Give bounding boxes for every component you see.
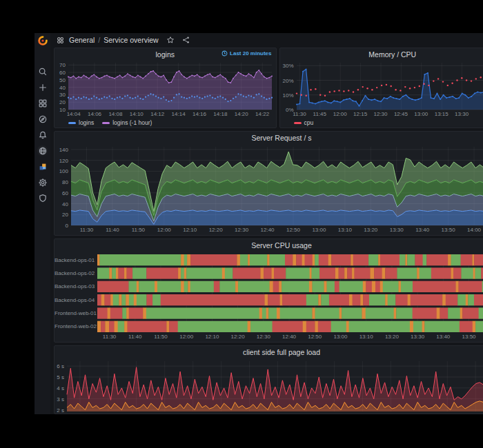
axis-tick-label: 11:50	[150, 334, 172, 340]
axis-tick-label: 12:45	[390, 111, 412, 117]
axis-tick-label: 13:10	[334, 227, 356, 233]
axis-tick-label: 12:50	[304, 334, 326, 340]
panel-server-requests-title: Server Request / s	[252, 134, 312, 142]
logins-chart[interactable]: 7060504030201014:0414:0614:0814:1014:121…	[55, 61, 276, 118]
sidebar-server-admin-shield-icon[interactable]	[37, 192, 48, 204]
axis-tick-label: 30	[55, 92, 66, 98]
panel-server-cpu-usage-title: Server CPU usage	[251, 241, 312, 250]
grafana-logo-icon[interactable]	[37, 35, 48, 46]
axis-tick-label: 13:00	[308, 227, 330, 233]
axis-tick-label: 4 s	[55, 385, 64, 391]
panel-server-requests-header[interactable]: Server Request / s	[55, 132, 483, 144]
legend-item[interactable]: logins	[68, 119, 94, 126]
axis-tick-label: 12:20	[205, 227, 227, 233]
axis-tick-label: 6 s	[55, 363, 64, 369]
axis-tick-label: 12:10	[201, 334, 223, 340]
axis-tick-label: 13:30	[386, 227, 408, 233]
memory-cpu-chart[interactable]: 30%20%10%0%11:3011:4512:0012:1512:3012:4…	[280, 61, 483, 118]
axis-tick-label: 13:20	[381, 334, 403, 340]
panel-server-cpu-usage-header[interactable]: Server CPU usage	[55, 239, 483, 252]
axis-tick-label: 14:10	[126, 111, 148, 117]
axis-tick-label: 14:14	[168, 111, 190, 117]
axis-tick-label: 14:22	[251, 111, 273, 117]
axis-tick-label: 14:18	[209, 111, 231, 117]
sidebar-community-globe-icon[interactable]	[37, 145, 48, 156]
panel-memory-cpu: Memory / CPU 30%20%10%0%11:3011:4512:001…	[279, 48, 483, 128]
axis-tick-label: 12:00	[175, 334, 197, 340]
sidebar-dashboards-icon[interactable]	[37, 97, 48, 109]
axis-tick-label: 12:30	[253, 334, 275, 340]
server-requests-chart[interactable]: 14012010080604020011:3011:4011:5012:0012…	[55, 144, 483, 235]
axis-tick-label: 3 s	[55, 396, 64, 403]
legend-marker	[102, 122, 110, 124]
sidebar-alerting-bell-icon[interactable]	[37, 129, 48, 141]
axis-tick-label: 80	[55, 179, 68, 185]
axis-tick-label: 70	[55, 62, 66, 68]
panel-page-load-title: client side full page load	[243, 348, 320, 356]
axis-tick-label: 13:10	[355, 334, 377, 340]
sidebar-plugin-app-icon[interactable]	[37, 161, 48, 172]
clock-icon	[221, 50, 228, 57]
axis-tick-label: 12:40	[257, 227, 279, 233]
axis-tick-label: Backend-ops-03	[55, 283, 92, 289]
axis-tick-label: 20	[55, 99, 66, 105]
axis-tick-label: 14:04	[63, 111, 85, 117]
axis-tick-label: 12:30	[230, 227, 253, 233]
sidebar-configuration-gear-icon[interactable]	[37, 176, 48, 188]
axis-tick-label: 12:00	[329, 111, 351, 117]
axis-tick-label: 5 s	[55, 374, 64, 380]
legend-marker	[68, 122, 76, 124]
axis-tick-label: 2 s	[55, 407, 64, 414]
main-area: General / Service overview logins Last 2…	[50, 33, 483, 414]
axis-tick-label: 11:45	[308, 111, 331, 117]
breadcrumb-page-title[interactable]: Service overview	[103, 36, 158, 44]
axis-tick-label: 14:08	[104, 111, 126, 117]
legend-item[interactable]: logins (-1 hour)	[102, 119, 152, 126]
axis-tick-label: 13:40	[432, 334, 454, 340]
axis-tick-label: 14:12	[146, 111, 168, 117]
axis-tick-label: 13:20	[359, 227, 382, 233]
panel-memory-cpu-title: Memory / CPU	[368, 50, 416, 59]
panel-memory-cpu-header[interactable]: Memory / CPU	[280, 48, 483, 61]
breadcrumb-section[interactable]: General	[69, 36, 95, 44]
axis-tick-label: 13:00	[410, 111, 432, 117]
panel-server-cpu-usage: Server CPU usage 11:3011:4011:5012:0012:…	[54, 238, 483, 343]
memory-cpu-legend: cpu	[280, 118, 483, 128]
axis-tick-label: 120	[55, 158, 68, 164]
sidebar-search-icon[interactable]	[37, 65, 48, 77]
sidebar	[34, 33, 50, 414]
legend-label: cpu	[304, 119, 314, 126]
axis-tick-label: 11:40	[124, 334, 146, 340]
axis-tick-label: 11:50	[127, 227, 149, 233]
axis-tick-label: 11:30	[288, 111, 310, 117]
axis-tick-label: 11:30	[99, 334, 121, 340]
sidebar-create-plus-icon[interactable]	[37, 81, 48, 93]
star-icon[interactable]	[166, 36, 175, 44]
panel-row-1: logins Last 20 minutes 7060504030201014:…	[54, 48, 483, 128]
panel-logins: logins Last 20 minutes 7060504030201014:…	[54, 48, 277, 128]
axis-tick-label: 40	[55, 85, 66, 91]
panel-page-load-header[interactable]: client side full page load	[55, 346, 483, 358]
axis-tick-label: 40	[55, 201, 68, 207]
server-cpu-usage-chart[interactable]: 11:3011:4011:5012:0012:1012:2012:3012:40…	[55, 252, 483, 342]
legend-item[interactable]: cpu	[294, 119, 314, 126]
axis-tick-label: 0	[55, 223, 68, 229]
axis-tick-label: 13:00	[329, 334, 351, 340]
dashboard-grid-icon	[57, 37, 64, 44]
logins-legend: loginslogins (-1 hour)	[55, 118, 276, 128]
share-icon[interactable]	[182, 36, 190, 44]
axis-tick-label: 60	[55, 70, 66, 76]
axis-tick-label: 13:15	[431, 111, 453, 117]
axis-tick-label: 13:30	[451, 111, 473, 117]
axis-tick-label: Frontend-web-02	[55, 323, 92, 329]
page-load-chart[interactable]: 6 s5 s4 s3 s2 s	[55, 358, 483, 414]
legend-marker	[294, 122, 302, 124]
axis-tick-label: 30%	[280, 63, 294, 69]
panel-time-override[interactable]: Last 20 minutes	[221, 50, 271, 57]
axis-tick-label: 60	[55, 190, 68, 196]
axis-tick-label: Backend-ops-04	[55, 297, 92, 303]
axis-tick-label: 12:20	[227, 334, 249, 340]
axis-tick-label: 12:15	[349, 111, 371, 117]
top-navbar: General / Service overview	[50, 33, 483, 47]
sidebar-explore-compass-icon[interactable]	[37, 113, 48, 125]
